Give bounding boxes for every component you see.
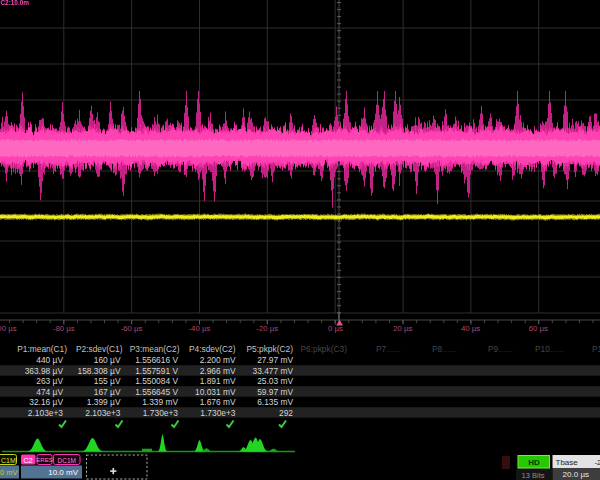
svg-text:59.97 mV: 59.97 mV [257, 387, 293, 397]
svg-text:P10......: P10...... [535, 344, 564, 354]
svg-text:0 µs: 0 µs [328, 324, 343, 333]
svg-text:2.103e+3: 2.103e+3 [28, 408, 64, 418]
svg-text:P4:sdev(C2): P4:sdev(C2) [189, 344, 236, 354]
svg-text:C2: C2 [23, 456, 33, 465]
svg-text:158.308 µV: 158.308 µV [77, 366, 120, 376]
svg-text:-20 µs: -20 µs [256, 324, 278, 333]
svg-text:-80 µs: -80 µs [53, 324, 75, 333]
svg-text:P2:sdev(C1): P2:sdev(C1) [76, 344, 123, 354]
svg-text:2.966 mV: 2.966 mV [200, 366, 236, 376]
svg-text:P5:pkpk(C2): P5:pkpk(C2) [246, 344, 293, 354]
svg-text:-40 µs: -40 µs [188, 324, 210, 333]
svg-text:440 µV: 440 µV [36, 355, 63, 365]
svg-text:10.0 mV: 10.0 mV [48, 468, 78, 477]
svg-text:0 mV: 0 mV [0, 468, 18, 477]
svg-text:13 Bits: 13 Bits [522, 471, 545, 480]
svg-text:1.557591 V: 1.557591 V [135, 366, 178, 376]
svg-text:1.556616 V: 1.556616 V [135, 355, 178, 365]
svg-text:25.03 mV: 25.03 mV [257, 376, 293, 386]
svg-text:27.97 mV: 27.97 mV [257, 355, 293, 365]
svg-text:-20: -20 [594, 458, 600, 467]
svg-text:6.135 mV: 6.135 mV [257, 397, 293, 407]
svg-text:60 µs: 60 µs [529, 324, 548, 333]
svg-text:P1......: P1...... [592, 344, 600, 354]
svg-text:P7......: P7...... [376, 344, 400, 354]
svg-text:1.730e+3: 1.730e+3 [143, 408, 179, 418]
svg-text:474 µV: 474 µV [36, 387, 63, 397]
svg-text:-60 µs: -60 µs [121, 324, 143, 333]
svg-text:167 µV: 167 µV [94, 387, 121, 397]
svg-text:DC1M: DC1M [58, 457, 76, 464]
svg-text:P6:pkpk(C3): P6:pkpk(C3) [300, 344, 347, 354]
svg-text:2.103e+3: 2.103e+3 [85, 408, 121, 418]
svg-text:C2:10.0m: C2:10.0m [1, 0, 30, 6]
svg-text:32.16 µV: 32.16 µV [29, 397, 63, 407]
svg-text:363.98 µV: 363.98 µV [25, 366, 64, 376]
svg-text:C1M: C1M [1, 457, 16, 464]
svg-text:10.031 mV: 10.031 mV [195, 387, 236, 397]
svg-text:ERES: ERES [36, 457, 52, 463]
svg-text:1.556645 V: 1.556645 V [135, 387, 178, 397]
svg-text:2.200 mV: 2.200 mV [200, 355, 236, 365]
svg-text:-100 µs: -100 µs [0, 324, 17, 333]
svg-text:1.676 mV: 1.676 mV [200, 397, 236, 407]
svg-text:160 µV: 160 µV [94, 355, 121, 365]
svg-text:292: 292 [279, 408, 293, 418]
svg-text:1.339 mV: 1.339 mV [142, 397, 178, 407]
svg-text:20 µs: 20 µs [393, 324, 412, 333]
svg-text:40 µs: 40 µs [461, 324, 480, 333]
svg-text:HD: HD [528, 458, 540, 467]
svg-text:1.891 mV: 1.891 mV [200, 376, 236, 386]
svg-text:33.477 mV: 33.477 mV [252, 366, 293, 376]
svg-text:1.730e+3: 1.730e+3 [200, 408, 236, 418]
svg-text:263 µV: 263 µV [36, 376, 63, 386]
svg-text:20.0 µs: 20.0 µs [563, 470, 589, 479]
svg-text:1.550084 V: 1.550084 V [135, 376, 178, 386]
svg-text:Tbase: Tbase [556, 458, 579, 467]
svg-text:P8......: P8...... [432, 344, 456, 354]
svg-text:P3:mean(C2): P3:mean(C2) [130, 344, 180, 354]
svg-text:1.399 µV: 1.399 µV [87, 397, 121, 407]
svg-text:P9......: P9...... [488, 344, 512, 354]
svg-text:155 µV: 155 µV [94, 376, 121, 386]
svg-text:P1:mean(C1): P1:mean(C1) [17, 344, 67, 354]
